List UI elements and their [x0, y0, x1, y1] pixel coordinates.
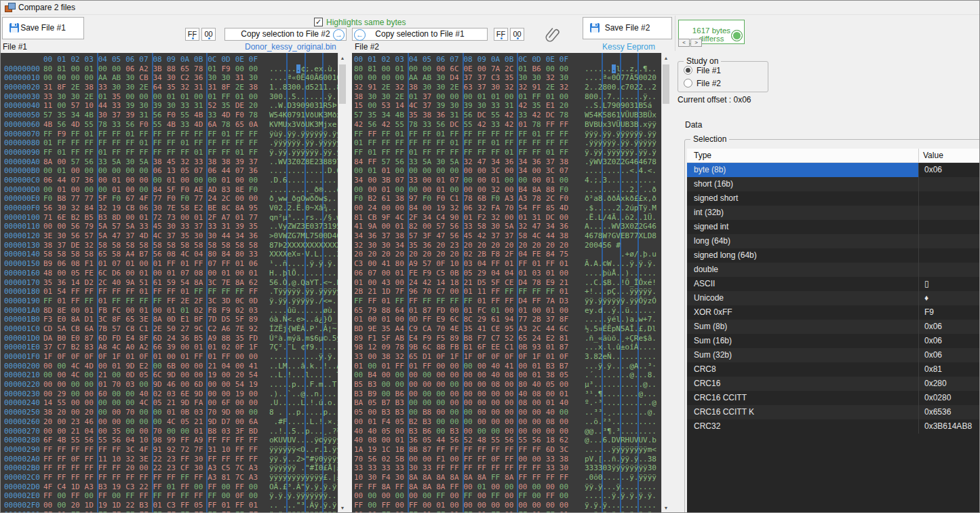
hex-byte[interactable]: 32	[560, 83, 573, 92]
hex-byte[interactable]: FF	[249, 510, 262, 513]
hex-byte[interactable]: 46	[167, 380, 180, 390]
hex-byte[interactable]: 33	[491, 101, 505, 111]
hex-byte[interactable]: 2C	[221, 194, 235, 204]
hex-byte[interactable]: FF	[98, 287, 112, 297]
hex-byte[interactable]: 24	[368, 204, 381, 213]
hex-byte[interactable]: 30	[208, 231, 221, 241]
hex-byte[interactable]: 38	[395, 194, 409, 204]
ascii-text[interactable]: ..ô.²³..........	[585, 417, 656, 427]
hex-byte[interactable]: 23	[450, 241, 463, 250]
hex-byte[interactable]: 00	[43, 73, 57, 83]
hex-byte[interactable]: 9B	[409, 343, 423, 352]
hex-byte[interactable]: 45	[153, 222, 167, 231]
hex-byte[interactable]: 00	[125, 306, 139, 316]
hex-byte[interactable]: 30	[57, 231, 71, 241]
hex-byte[interactable]: 37	[423, 101, 436, 111]
hex-byte[interactable]: FF	[153, 138, 167, 148]
hex-byte[interactable]: 87	[423, 445, 436, 455]
hex-byte[interactable]: 80	[518, 380, 532, 390]
hex-byte[interactable]: 56	[43, 204, 57, 213]
ascii-text[interactable]: ÿÿ.ÿ..2>"#ÿ0ÿÿÿÿ	[269, 455, 338, 464]
hex-byte[interactable]: FF	[436, 297, 450, 306]
hex-byte[interactable]: 00	[112, 64, 125, 74]
hex-byte[interactable]: 01	[112, 176, 125, 185]
hex-byte[interactable]: 00	[125, 166, 139, 176]
hex-byte[interactable]: F0	[167, 111, 180, 120]
hex-byte[interactable]: 37	[546, 315, 560, 324]
hex-byte[interactable]: 31	[194, 101, 208, 111]
hex-byte[interactable]: 40	[491, 370, 505, 380]
hex-byte[interactable]: 00	[221, 390, 235, 399]
hex-byte[interactable]: FA	[491, 204, 505, 213]
hex-byte[interactable]: FF	[167, 130, 180, 139]
hex-byte[interactable]: 01	[354, 315, 368, 324]
hex-byte[interactable]: 35	[112, 427, 125, 436]
hex-byte[interactable]: 0D	[249, 297, 262, 306]
hex-byte[interactable]: 00	[395, 370, 409, 380]
hex-byte[interactable]: 2C	[98, 278, 112, 288]
hex-byte[interactable]: 42	[505, 111, 518, 120]
ascii-text[interactable]: ÿÿÿ.ÿÿ.ÿÿÿÿÿÿ.ÿÿ	[585, 130, 656, 139]
hex-byte[interactable]: 01	[85, 64, 98, 74]
hex-byte[interactable]: 3C	[125, 445, 139, 455]
hex-byte[interactable]: 00	[194, 362, 208, 371]
hex-byte[interactable]: 00	[505, 306, 518, 316]
hex-byte[interactable]: FF	[423, 297, 436, 306]
hex-byte[interactable]: 19	[112, 482, 125, 492]
hex-byte[interactable]: FF	[546, 491, 560, 501]
hex-byte[interactable]: 33	[98, 83, 112, 92]
hex-byte[interactable]: F7	[477, 334, 491, 343]
hex-byte[interactable]: FF	[235, 445, 249, 455]
hex-byte[interactable]: 78	[560, 111, 573, 120]
hex-byte[interactable]: 33	[546, 463, 560, 473]
hex-byte[interactable]: B2	[71, 343, 84, 352]
hex-byte[interactable]: FF	[71, 130, 84, 139]
hex-byte[interactable]: 03	[464, 259, 477, 269]
hex-byte[interactable]: 1B	[395, 445, 409, 455]
hex-byte[interactable]: FF	[208, 455, 221, 464]
hex-byte[interactable]: 35	[57, 111, 71, 120]
hex-byte[interactable]: 01	[180, 306, 194, 316]
hex-byte[interactable]: B6	[532, 64, 545, 74]
hex-byte[interactable]: 35	[505, 73, 518, 83]
hex-byte[interactable]: FF	[71, 148, 84, 157]
hex-byte[interactable]: FF	[491, 473, 505, 482]
hex-byte[interactable]: 3F	[423, 231, 436, 241]
hex-byte[interactable]: 02	[221, 343, 235, 352]
hex-byte[interactable]: 34	[518, 166, 532, 176]
ascii-text[interactable]: ....þùÅ..)......	[585, 269, 656, 278]
hex-byte[interactable]: FF	[235, 436, 249, 445]
hex-byte[interactable]: E0	[71, 334, 84, 343]
hex-byte[interactable]: 00	[235, 408, 249, 417]
hex-byte[interactable]: 00	[450, 287, 463, 297]
ascii-text[interactable]: XXXXeX¤·V.L....3	[269, 250, 338, 259]
hex-byte[interactable]: 1D	[85, 501, 98, 510]
hex-byte[interactable]: 08	[71, 259, 84, 269]
hex-byte[interactable]: 8E	[235, 185, 249, 195]
hex-byte[interactable]: 58	[208, 241, 221, 250]
hex-byte[interactable]: 70	[423, 287, 436, 297]
data-type-row[interactable]: signed short	[687, 191, 980, 206]
ascii-text[interactable]: ......ÿÿÿÿÿÿÿÿm<	[585, 445, 656, 455]
hex-byte[interactable]: 32	[125, 455, 139, 464]
hex-byte[interactable]: FF	[112, 138, 125, 148]
hex-byte[interactable]: 01	[153, 352, 167, 362]
hex-byte[interactable]: 21	[167, 398, 180, 408]
hex-byte[interactable]: 58	[153, 241, 167, 250]
hex-byte[interactable]: 00	[436, 398, 450, 408]
hex-byte[interactable]: 35	[221, 101, 235, 111]
hex-byte[interactable]: 30	[57, 204, 71, 213]
hex-byte[interactable]: 07	[368, 269, 381, 278]
hex-byte[interactable]: 8A	[235, 204, 249, 213]
hex-byte[interactable]: 41	[381, 259, 395, 269]
hex-byte[interactable]: 70	[505, 204, 518, 213]
hex-byte[interactable]: 00	[125, 176, 139, 185]
hex-byte[interactable]: 00	[57, 427, 71, 436]
hex-byte[interactable]: 4E	[450, 324, 463, 334]
hex-byte[interactable]: FF	[560, 473, 573, 482]
hex-byte[interactable]: FF	[153, 148, 167, 157]
hex-byte[interactable]: 01	[450, 138, 463, 148]
hex-byte[interactable]: 01	[491, 138, 505, 148]
hex-byte[interactable]: 30	[368, 473, 381, 482]
hex-byte[interactable]: FF	[477, 148, 491, 157]
